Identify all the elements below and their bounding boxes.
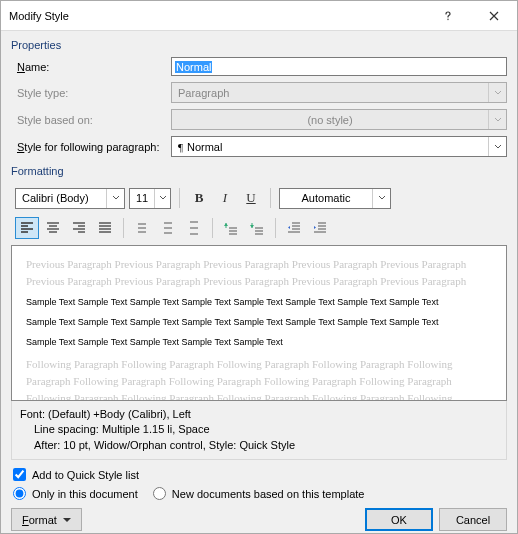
pilcrow-icon: ¶ [178, 141, 183, 153]
bold-button[interactable]: B [188, 187, 210, 209]
help-button[interactable] [425, 1, 471, 31]
chevron-down-icon[interactable] [488, 137, 506, 156]
close-button[interactable] [471, 1, 517, 31]
style-type-combo: Paragraph [171, 82, 507, 103]
cancel-button[interactable]: Cancel [439, 508, 507, 531]
only-this-doc-radio[interactable]: Only in this document [13, 487, 138, 500]
modify-style-dialog: Modify Style Properties Name: Normal Sty… [0, 0, 518, 534]
new-docs-input[interactable] [153, 487, 166, 500]
align-right-button[interactable] [67, 217, 91, 239]
align-left-button[interactable] [15, 217, 39, 239]
chevron-down-icon[interactable] [106, 189, 124, 208]
only-this-doc-input[interactable] [13, 487, 26, 500]
size-combo[interactable]: 11 [129, 188, 171, 209]
chevron-down-icon [488, 83, 506, 102]
line-spacing-15-button[interactable] [156, 217, 180, 239]
indent-decrease-button[interactable] [282, 217, 306, 239]
name-label: Name: [11, 61, 171, 73]
sample-line: Sample Text Sample Text Sample Text Samp… [26, 296, 492, 310]
add-quick-style-input[interactable] [13, 468, 26, 481]
format-button[interactable]: Format [11, 508, 82, 531]
space-before-dec-button[interactable] [245, 217, 269, 239]
align-center-button[interactable] [41, 217, 65, 239]
style-description: Font: (Default) +Body (Calibri), Left Li… [11, 401, 507, 460]
formatting-group-label: Formatting [11, 165, 507, 177]
following-label: Style for following paragraph: [11, 141, 171, 153]
color-combo[interactable]: Automatic [279, 188, 391, 209]
ghost-prev: Previous Paragraph Previous Paragraph Pr… [26, 256, 492, 290]
line-spacing-2-button[interactable] [182, 217, 206, 239]
chevron-down-icon[interactable] [372, 189, 390, 208]
sample-line: Sample Text Sample Text Sample Text Samp… [26, 336, 492, 350]
ok-button[interactable]: OK [365, 508, 433, 531]
align-justify-button[interactable] [93, 217, 117, 239]
font-combo[interactable]: Calibri (Body) [15, 188, 125, 209]
add-quick-style-checkbox[interactable]: Add to Quick Style list [13, 468, 139, 481]
chevron-down-icon [488, 110, 506, 129]
underline-button[interactable]: U [240, 187, 262, 209]
based-on-combo: (no style) [171, 109, 507, 130]
style-type-label: Style type: [11, 87, 171, 99]
triangle-down-icon [63, 518, 71, 522]
indent-increase-button[interactable] [308, 217, 332, 239]
based-on-label: Style based on: [11, 114, 171, 126]
window-title: Modify Style [9, 10, 425, 22]
new-docs-radio[interactable]: New documents based on this template [153, 487, 365, 500]
chevron-down-icon[interactable] [154, 189, 170, 208]
following-combo[interactable]: ¶Normal [171, 136, 507, 157]
preview-pane: Previous Paragraph Previous Paragraph Pr… [11, 245, 507, 401]
line-spacing-1-button[interactable] [130, 217, 154, 239]
italic-button[interactable]: I [214, 187, 236, 209]
sample-line: Sample Text Sample Text Sample Text Samp… [26, 316, 492, 330]
name-input[interactable]: Normal [171, 57, 507, 76]
properties-group-label: Properties [11, 39, 507, 51]
titlebar: Modify Style [1, 1, 517, 31]
space-before-inc-button[interactable] [219, 217, 243, 239]
ghost-next: Following Paragraph Following Paragraph … [26, 356, 492, 401]
